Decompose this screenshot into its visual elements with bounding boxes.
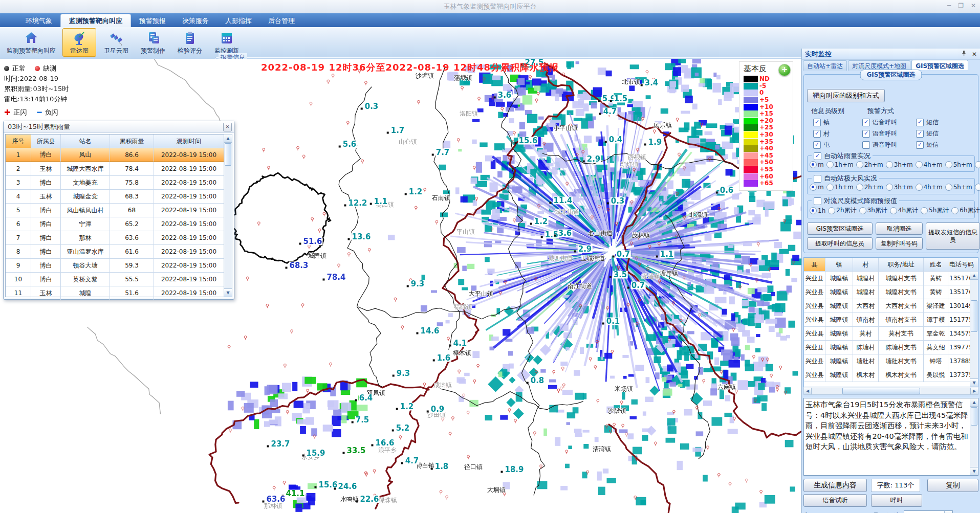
radio-option[interactable]: m xyxy=(810,184,824,191)
minimize-icon[interactable]: ─ xyxy=(947,2,951,9)
rain-panel-close-icon[interactable]: ✕ xyxy=(223,123,232,131)
radio-option[interactable]: 2h累计 xyxy=(828,206,856,215)
radio-icon[interactable] xyxy=(886,184,893,191)
contacts-col-header[interactable]: 镇 xyxy=(825,258,853,271)
radio-option[interactable]: 3h+m xyxy=(886,184,913,191)
radio-icon[interactable] xyxy=(975,184,980,191)
scroll-right-icon[interactable]: ▶ xyxy=(970,388,978,394)
scroll-up-icon[interactable]: ▲ xyxy=(970,272,978,280)
radio-icon[interactable] xyxy=(886,161,893,168)
voice-checkbox[interactable]: ✓ xyxy=(862,119,870,126)
radio-option[interactable]: 2h+m xyxy=(856,184,883,191)
copy-call-number-button[interactable]: 复制呼叫号码 xyxy=(876,237,923,250)
radio-icon[interactable] xyxy=(826,161,834,168)
radio-icon[interactable] xyxy=(916,161,923,168)
extract-sms-informers-button[interactable]: 提取发短信的信息员 xyxy=(926,222,980,250)
call-button[interactable]: 呼叫 xyxy=(871,494,922,507)
scroll-thumb[interactable] xyxy=(842,388,920,394)
radio-option[interactable]: 4h+m xyxy=(916,161,943,168)
radio-icon[interactable] xyxy=(856,161,863,168)
scroll-down-icon[interactable]: ▼ xyxy=(970,467,978,475)
message-vscrollbar[interactable]: ▲ ▼ xyxy=(970,398,978,475)
contacts-col-header[interactable]: 姓名 xyxy=(924,258,948,271)
radio-icon[interactable] xyxy=(945,161,952,168)
rain-table-scrollbar[interactable]: ▲ ▼ xyxy=(224,134,232,297)
section-checkbox[interactable] xyxy=(814,175,821,183)
voice-preview-button[interactable]: 语音试听 xyxy=(803,494,867,507)
radio-option[interactable]: 6h累计 xyxy=(951,206,979,215)
menu-tab-1[interactable]: 环境气象 xyxy=(17,14,60,27)
rain-table-row[interactable]: 2玉林城隍大西水库78.42022-08-19 15:00 xyxy=(6,162,224,176)
scroll-left-icon[interactable]: ◀ xyxy=(804,388,812,394)
radio-icon[interactable] xyxy=(916,184,923,191)
panel-tab-3[interactable]: GIS预警区域圈选 xyxy=(911,60,968,70)
radio-icon[interactable] xyxy=(810,207,817,214)
contacts-row[interactable]: 兴业县城隍镇城隍村城隍村支书黄铸135176975 xyxy=(804,272,978,285)
contacts-row[interactable]: 兴业县城隍镇枫木村枫木村支书吴以悦137375511 xyxy=(804,368,978,382)
radio-option[interactable]: 3h+m xyxy=(886,161,913,168)
radio-option[interactable]: 5h+m xyxy=(945,161,972,168)
scroll-down-icon[interactable]: ▼ xyxy=(224,288,232,297)
rain-table-row[interactable]: 1博白凤山86.62022-08-19 15:00 xyxy=(6,148,224,162)
menu-tab-4[interactable]: 决策服务 xyxy=(174,14,217,27)
speed-combobox[interactable]: 1 ▼ xyxy=(904,510,953,513)
section-checkbox[interactable]: ✓ xyxy=(814,152,821,160)
radio-icon[interactable] xyxy=(810,161,817,168)
toolbar-button-1[interactable]: 监测预警靶向叫应 xyxy=(3,28,59,57)
contacts-row[interactable]: 兴业县城隍镇陈塘村陈塘村支书莫文绍139775796 xyxy=(804,341,978,354)
panel-close-icon[interactable]: ✕ xyxy=(972,51,977,58)
contacts-hscrollbar[interactable]: ◀ ▶ xyxy=(803,387,978,395)
contacts-col-header[interactable]: 县 xyxy=(804,258,825,271)
rain-col-header[interactable]: 序号 xyxy=(6,135,31,148)
pin-icon[interactable] xyxy=(961,51,967,58)
rain-table-row[interactable]: 4玉林城隍金党68.32022-08-19 15:00 xyxy=(6,190,224,204)
rain-col-header[interactable]: 所属县 xyxy=(31,135,61,148)
radar-map-area[interactable]: 2022-08-19 12时36分至2022-08-19 12时48分累积降水预… xyxy=(0,59,801,513)
level-checkbox[interactable]: ✓ xyxy=(813,130,821,138)
menu-tab-5[interactable]: 人影指挥 xyxy=(217,14,260,27)
voice-checkbox[interactable] xyxy=(862,141,870,149)
scroll-down-icon[interactable]: ▼ xyxy=(970,378,978,387)
menu-tab-6[interactable]: 后台管理 xyxy=(260,14,303,27)
contacts-vscrollbar[interactable]: ▲ ▼ xyxy=(970,272,978,387)
toolbar-button-5[interactable]: 检验评分 xyxy=(173,28,207,57)
radio-icon[interactable] xyxy=(810,184,817,191)
panel-tab-2[interactable]: 对流尺度模式+地图 xyxy=(848,60,910,71)
radio-option[interactable]: 4h+m xyxy=(916,184,943,191)
radio-icon[interactable] xyxy=(890,207,897,214)
sms-checkbox[interactable]: ✓ xyxy=(916,141,924,149)
radio-option[interactable]: 5h累计 xyxy=(921,206,949,215)
radio-option[interactable]: 1h xyxy=(810,207,825,214)
radio-icon[interactable] xyxy=(951,207,959,214)
rain-table-row[interactable]: 6博白宁潭65.22022-08-19 15:00 xyxy=(6,217,224,231)
contacts-row[interactable]: 兴业县城隍镇城隍村城隍村支书黄铸135176975 xyxy=(804,285,978,299)
radio-option[interactable]: 2h+m xyxy=(856,161,883,168)
level-checkbox[interactable]: ✓ xyxy=(813,141,821,149)
radio-option[interactable]: 12h+m xyxy=(975,184,980,191)
target-call-level-button[interactable]: 靶向叫应的级别和方式 xyxy=(807,89,885,102)
toolbar-button-2[interactable]: 雷达图 xyxy=(62,28,96,57)
radio-option[interactable]: 5h+m xyxy=(945,184,972,191)
scroll-up-icon[interactable]: ▲ xyxy=(224,135,232,143)
section-checkbox[interactable] xyxy=(814,197,821,205)
warning-message-text[interactable]: 玉林市气象台19日5时15分发布暴雨橙色预警信号：4时以来兴业县城隍大西水库已出… xyxy=(805,399,969,474)
rain-col-header[interactable]: 观测时间 xyxy=(154,135,224,148)
radio-icon[interactable] xyxy=(826,184,834,191)
rain-table-row[interactable]: 8博白亚山温罗水库61.62022-08-19 15:00 xyxy=(6,245,224,259)
rain-table-row[interactable]: 7博白那林63.62022-08-19 15:00 xyxy=(6,231,224,245)
scroll-up-icon[interactable]: ▲ xyxy=(970,398,978,407)
level-checkbox[interactable]: ✓ xyxy=(813,119,821,126)
rain-table-row[interactable]: 10博白英桥文黎55.52022-08-19 15:00 xyxy=(6,273,224,286)
contacts-col-header[interactable]: 职务/地址 xyxy=(879,258,924,271)
contacts-col-header[interactable]: 电话号码 xyxy=(948,258,978,271)
radio-option[interactable]: 4h累计 xyxy=(890,206,918,215)
radio-icon[interactable] xyxy=(975,161,980,168)
radio-icon[interactable] xyxy=(921,207,928,214)
panel-tab-1[interactable]: 自动站+雷达 xyxy=(803,60,847,71)
radio-option[interactable]: 1h+m xyxy=(826,161,854,168)
rain-table-row[interactable]: 5博白凤山镇凤山村682022-08-19 15:00 xyxy=(6,204,224,217)
generate-message-button[interactable]: 生成信息内容 xyxy=(803,479,867,492)
cancel-select-button[interactable]: 取消圈选 xyxy=(876,222,923,235)
scroll-thumb[interactable] xyxy=(225,143,231,166)
contacts-col-header[interactable]: 村 xyxy=(853,258,879,271)
